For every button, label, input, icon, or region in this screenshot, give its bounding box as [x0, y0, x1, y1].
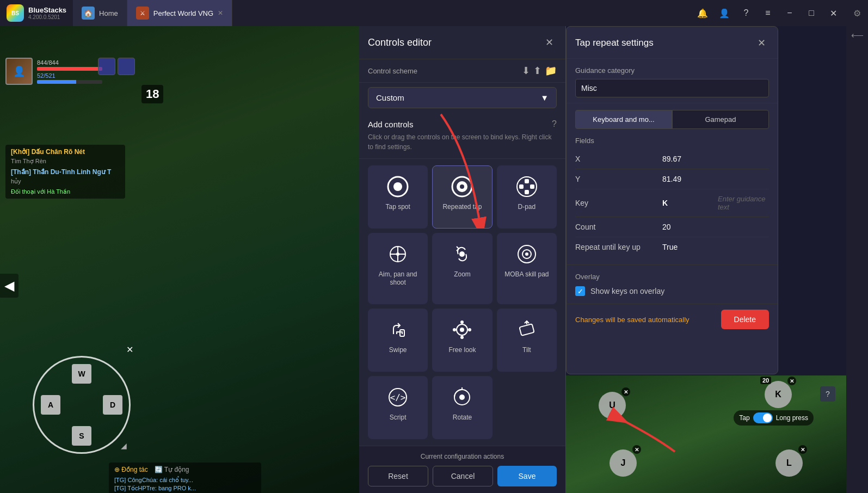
dong-tac-tab[interactable]: ⊕ Đồng tác	[114, 466, 148, 473]
keyboard-mode-tab[interactable]: Keyboard and mo...	[575, 110, 672, 129]
l-key-circle[interactable]: ✕ L	[775, 449, 803, 477]
u-key-circle[interactable]: ✕ U	[599, 392, 626, 419]
rotate-icon	[450, 385, 474, 409]
control-zoom[interactable]: Zoom	[432, 233, 492, 304]
add-controls-desc: Click or drag the controls on the screen…	[368, 132, 557, 152]
quest-panel: [Khởi] Dấu Chân Rõ Nét Tìm Thợ Rèn [Thần…	[5, 145, 125, 199]
svg-rect-7	[525, 190, 529, 194]
home-tab-icon: 🏠	[82, 7, 95, 20]
control-script[interactable]: </> Script	[368, 376, 428, 439]
tu-dong-tab[interactable]: 🔄 Tự động	[155, 466, 189, 473]
gamepad-mode-tab[interactable]: Gamepad	[672, 110, 769, 129]
guidance-input[interactable]	[575, 79, 769, 97]
close-window-icon[interactable]: ✕	[824, 4, 842, 22]
help-icon[interactable]: ?	[737, 4, 755, 22]
u-key-close[interactable]: ✕	[621, 387, 630, 396]
tap-toggle-container: Tap Long press	[734, 410, 814, 426]
control-repeated-tap[interactable]: Repeated tap	[432, 165, 492, 229]
control-rotate[interactable]: Rotate	[432, 376, 492, 439]
tab-close-icon[interactable]: ✕	[218, 9, 223, 17]
svg-rect-6	[525, 179, 529, 183]
field-x-value[interactable]: 89.67	[662, 155, 769, 163]
overlay-row: ✓ Show keys on overlay	[575, 286, 769, 296]
field-y-value[interactable]: 81.49	[662, 175, 769, 183]
sidebar-back-icon[interactable]: ⟵	[848, 26, 866, 44]
character-portrait: 👤	[5, 58, 33, 85]
question-icon[interactable]: ?	[820, 386, 835, 402]
field-count-value[interactable]: 20	[662, 223, 769, 231]
svg-rect-9	[530, 184, 534, 189]
scheme-upload-icon[interactable]: ⬆	[533, 65, 541, 77]
add-controls-header: Add controls ?	[368, 119, 557, 129]
repeated-tap-label: Repeated tap	[442, 203, 482, 212]
dpad-close-icon[interactable]: ✕	[126, 344, 133, 355]
skill-1	[98, 58, 115, 75]
svg-rect-25	[519, 324, 534, 336]
scheme-folder-icon[interactable]: 📁	[545, 65, 557, 77]
bluestacks-icon: BS	[7, 4, 24, 22]
add-controls-help-icon[interactable]: ?	[552, 119, 557, 129]
tap-repeat-panel: Tap repeat settings ✕ Guidance category …	[566, 26, 778, 374]
game-preview-question: ?	[820, 386, 835, 402]
show-keys-checkbox[interactable]: ✓	[575, 286, 585, 296]
scheme-download-icon[interactable]: ⬇	[522, 65, 530, 77]
save-button[interactable]: Save	[497, 466, 557, 486]
field-count-label: Count	[575, 223, 662, 231]
delete-button[interactable]: Delete	[721, 310, 769, 329]
control-dpad[interactable]: D-pad	[497, 165, 557, 229]
game-preview-panel: ? ✕ U ✕ 20 K Tap Long press ✕ J	[566, 375, 846, 493]
sidebar-settings-icon[interactable]: ⚙	[848, 4, 866, 22]
control-aim-pan-shoot[interactable]: Aim, pan and shoot	[368, 233, 428, 304]
account-icon[interactable]: 👤	[716, 4, 733, 22]
aim-label: Aim, pan and shoot	[373, 270, 423, 287]
field-key-placeholder: Enter guidance text	[718, 195, 769, 211]
reset-button[interactable]: Reset	[368, 466, 428, 486]
control-tilt[interactable]: Tilt	[497, 309, 557, 372]
k-key-label: K	[775, 390, 781, 399]
overlay-section: Overlay ✓ Show keys on overlay	[567, 265, 778, 304]
skill-2	[118, 58, 135, 75]
left-nav-arrow[interactable]: ◀	[0, 274, 19, 298]
k-key-circle[interactable]: ✕ 20 K	[765, 381, 792, 408]
control-tap-spot[interactable]: Tap spot	[368, 165, 428, 229]
control-free-look[interactable]: Free look	[432, 309, 492, 372]
game-hud: 👤 844/844 52/521 18 [Khởi] Dấu Chân Rõ N…	[0, 52, 359, 493]
field-x-row: X 89.67	[575, 149, 769, 169]
character-stats: 👤 844/844 52/521	[5, 58, 102, 85]
taskbar: BS BlueStacks 4.200.0.5201 🏠 Home ⚔ Perf…	[0, 0, 868, 26]
control-moba[interactable]: MOBA skill pad	[497, 233, 557, 304]
tap-panel-close[interactable]: ✕	[754, 35, 769, 51]
tab-game[interactable]: ⚔ Perfect World VNG ✕	[127, 0, 232, 26]
controls-editor-close[interactable]: ✕	[541, 35, 557, 50]
count-badge: 20	[760, 377, 771, 384]
k-key-close[interactable]: ✕	[787, 377, 796, 385]
zoom-label: Zoom	[454, 270, 471, 279]
j-key-circle[interactable]: ✕ J	[610, 449, 637, 477]
zoom-icon	[450, 242, 474, 266]
u-key-label: U	[609, 400, 615, 410]
game-tab-icon: ⚔	[136, 7, 149, 20]
svg-point-30	[459, 395, 465, 400]
minimize-icon[interactable]: −	[781, 4, 798, 22]
show-keys-label: Show keys on overlay	[590, 287, 664, 295]
chat-tabs: ⊕ Đồng tác 🔄 Tự động	[114, 466, 256, 473]
scheme-dropdown[interactable]: Custom ▼	[368, 87, 557, 108]
field-repeat-value[interactable]: True	[662, 243, 769, 251]
control-swipe[interactable]: Swipe	[368, 309, 428, 372]
j-key-close[interactable]: ✕	[632, 445, 641, 454]
toggle-switch[interactable]	[753, 412, 773, 423]
menu-icon[interactable]: ≡	[759, 4, 777, 22]
field-key-value[interactable]: K	[662, 199, 713, 207]
field-repeat-row: Repeat until key up True	[575, 237, 769, 257]
taskbar-right: 🔔 👤 ? ≡ − □ ✕ ⟵	[694, 4, 868, 22]
bluestacks-info: BlueStacks 4.200.0.5201	[28, 6, 66, 20]
l-key-close[interactable]: ✕	[798, 445, 807, 454]
tab-home[interactable]: 🏠 Home	[73, 0, 127, 26]
cancel-button[interactable]: Cancel	[433, 466, 493, 486]
hp-bar	[37, 67, 102, 71]
notifications-icon[interactable]: 🔔	[694, 4, 711, 22]
field-y-row: Y 81.49	[575, 169, 769, 189]
rotate-label: Rotate	[453, 414, 472, 422]
mp-text: 52/521	[37, 72, 102, 79]
maximize-icon[interactable]: □	[803, 4, 820, 22]
